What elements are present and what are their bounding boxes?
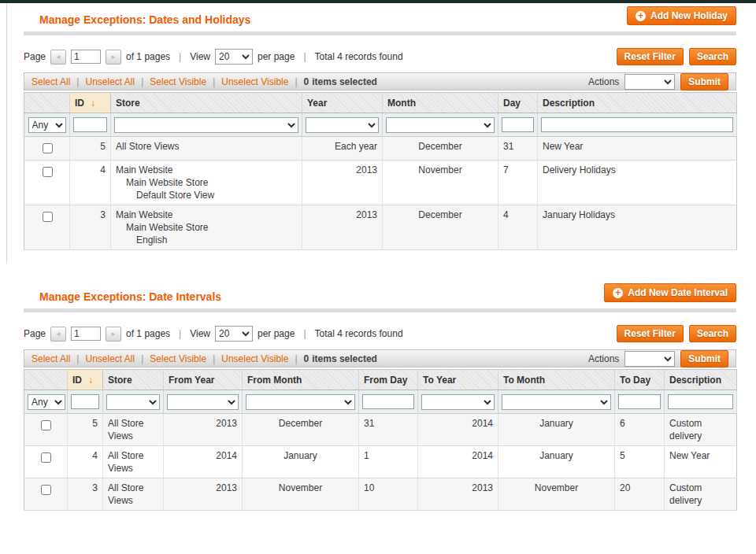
holidays-grid: ID↓StoreYearMonthDayDescriptionAny5All S… xyxy=(24,92,737,250)
filter-cell-to_month xyxy=(498,390,615,414)
filter-to_month-select[interactable] xyxy=(502,394,611,410)
table-row[interactable]: 4All Store Views2014January12014January5… xyxy=(24,446,737,478)
col-header-store[interactable]: Store xyxy=(111,93,302,113)
select-all-link[interactable]: Select All xyxy=(32,353,70,364)
per-page-select[interactable]: 20 xyxy=(215,49,253,65)
page-number-input[interactable] xyxy=(71,50,101,64)
select-visible-link[interactable]: Select Visible xyxy=(150,353,206,364)
prev-page-button[interactable]: ◄ xyxy=(50,50,66,65)
row-checkbox[interactable] xyxy=(41,485,51,495)
holidays-section: Manage Exceptions: Dates and Holidays + … xyxy=(24,6,736,250)
filter-cell-select: Any xyxy=(24,113,70,137)
table-row[interactable]: 3Main WebsiteMain Website StoreEnglish20… xyxy=(24,205,737,250)
filter-from_year-select[interactable] xyxy=(167,394,239,410)
add-new-date-interval-button[interactable]: + Add New Date Interval xyxy=(604,283,736,302)
unselect-all-link[interactable]: Unselect All xyxy=(85,76,135,87)
reset-filter-button[interactable]: Reset Filter xyxy=(617,48,684,65)
cell-select xyxy=(24,414,68,446)
col-header-store[interactable]: Store xyxy=(103,370,164,390)
col-header-to-year[interactable]: To Year xyxy=(418,370,498,390)
row-checkbox[interactable] xyxy=(41,420,51,430)
col-header-from-year[interactable]: From Year xyxy=(164,370,243,390)
submit-button[interactable]: Submit xyxy=(680,350,728,367)
col-header-description[interactable]: Description xyxy=(665,370,737,390)
filter-cell-year xyxy=(302,113,383,137)
col-header-to-month[interactable]: To Month xyxy=(498,370,615,390)
search-button[interactable]: Search xyxy=(689,325,736,342)
filter-cell-description xyxy=(665,390,737,414)
search-button[interactable]: Search xyxy=(689,48,736,65)
col-header-to-day[interactable]: To Day xyxy=(615,370,665,390)
col-header-select xyxy=(24,93,70,113)
cell-to_year: 2014 xyxy=(418,414,498,446)
filter-year-select[interactable] xyxy=(306,117,379,133)
col-header-from-month[interactable]: From Month xyxy=(243,370,359,390)
filter-description-input[interactable] xyxy=(668,394,733,409)
unselect-visible-link[interactable]: Unselect Visible xyxy=(221,76,288,87)
cell-to_day: 5 xyxy=(615,446,665,478)
row-checkbox[interactable] xyxy=(43,143,53,153)
prev-page-button[interactable]: ◄ xyxy=(50,327,66,342)
reset-filter-button[interactable]: Reset Filter xyxy=(617,325,684,342)
filter-store-select[interactable] xyxy=(106,394,160,410)
pages-count-label: of 1 pages xyxy=(126,51,170,62)
filter-to_day-input[interactable] xyxy=(618,394,661,409)
filter-from_day-input[interactable] xyxy=(362,394,414,409)
unselect-visible-link[interactable]: Unselect Visible xyxy=(221,353,288,364)
row-checkbox[interactable] xyxy=(43,167,53,177)
add-new-holiday-button[interactable]: + Add New Holiday xyxy=(627,6,736,25)
filter-day-input[interactable] xyxy=(502,117,534,132)
table-row[interactable]: 3All Store Views2013November102013Novemb… xyxy=(24,478,737,511)
col-header-day[interactable]: Day xyxy=(498,93,538,113)
filter-store-select[interactable] xyxy=(114,117,298,133)
filter-to_year-select[interactable] xyxy=(421,394,495,410)
page-number-input[interactable] xyxy=(71,327,101,341)
cell-month: November xyxy=(383,161,498,205)
filter-id-input[interactable] xyxy=(71,394,99,409)
next-page-button[interactable]: ► xyxy=(106,327,121,342)
select-all-link[interactable]: Select All xyxy=(32,76,70,87)
col-header-id[interactable]: ID↓ xyxy=(70,93,111,113)
col-header-id[interactable]: ID↓ xyxy=(68,370,103,390)
table-row[interactable]: 5All Store Views2013December312014Januar… xyxy=(24,414,737,446)
filter-any-select[interactable]: Any xyxy=(28,117,66,133)
page-label: Page xyxy=(24,328,46,339)
cell-year: 2013 xyxy=(302,161,383,205)
view-label: View xyxy=(190,51,210,62)
filter-from_month-select[interactable] xyxy=(246,394,355,410)
filter-cell-from_month xyxy=(243,390,359,414)
per-page-select[interactable]: 20 xyxy=(215,326,253,342)
next-page-button[interactable]: ► xyxy=(106,50,121,65)
col-header-from-day[interactable]: From Day xyxy=(359,370,418,390)
page-title: Manage Exceptions: Date Intervals xyxy=(39,290,221,303)
col-header-month[interactable]: Month xyxy=(383,93,498,113)
cell-from_month: December xyxy=(243,414,359,446)
table-row[interactable]: 5All Store ViewsEach yearDecember31New Y… xyxy=(24,137,737,161)
grid-header-row: ID↓StoreYearMonthDayDescription xyxy=(24,93,737,113)
grid-filter-row: Any xyxy=(24,390,737,414)
plus-icon: + xyxy=(636,11,646,21)
filter-any-select[interactable]: Any xyxy=(28,394,65,410)
col-header-year[interactable]: Year xyxy=(302,93,383,113)
unselect-all-link[interactable]: Unselect All xyxy=(85,353,135,364)
row-checkbox[interactable] xyxy=(41,452,51,463)
actions-select[interactable] xyxy=(624,351,675,367)
cell-year: Each year xyxy=(302,137,383,161)
select-visible-link[interactable]: Select Visible xyxy=(150,76,206,87)
table-row[interactable]: 4Main WebsiteMain Website StoreDefault S… xyxy=(24,161,737,205)
cell-description: New Year xyxy=(538,137,737,161)
prev-page-icon: ◄ xyxy=(55,54,61,61)
cell-month: December xyxy=(383,205,498,250)
filter-description-input[interactable] xyxy=(541,117,733,132)
col-header-description[interactable]: Description xyxy=(538,93,737,113)
filter-month-select[interactable] xyxy=(386,117,495,133)
submit-button[interactable]: Submit xyxy=(680,73,728,90)
actions-select[interactable] xyxy=(624,74,675,90)
items-selected-label: items selected xyxy=(312,76,377,87)
filter-cell-id xyxy=(68,390,103,414)
row-checkbox[interactable] xyxy=(43,212,53,222)
separator xyxy=(288,353,303,364)
cell-id: 3 xyxy=(70,205,111,250)
cell-description: January Holidays xyxy=(538,205,737,250)
filter-id-input[interactable] xyxy=(73,117,107,132)
